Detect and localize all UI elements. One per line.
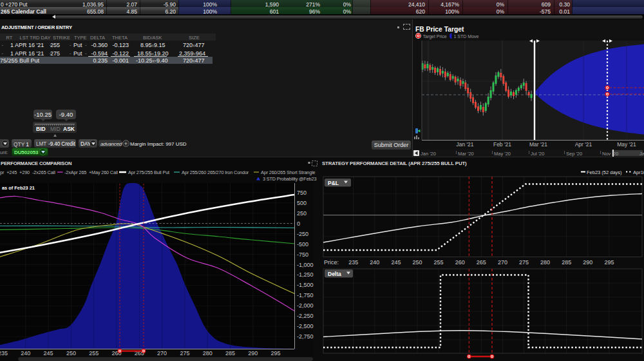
svg-text:May '20: May '20 [494,151,511,157]
svg-text:290: 290 [583,259,592,266]
svg-text:270: 270 [157,350,167,356]
svg-text:Jan '21: Jan '21 [456,141,473,148]
svg-text:270: 270 [498,259,507,266]
svg-text:255: 255 [89,350,99,356]
svg-text:-1,750: -1,750 [297,292,314,298]
svg-text:255: 255 [434,259,444,266]
svg-text:Mar '20: Mar '20 [458,151,474,157]
svg-text:Apr 260/265 Short Strangle: Apr 260/265 Short Strangle [261,170,316,175]
svg-text:-1,250: -1,250 [297,271,314,278]
svg-text:290: 290 [248,350,258,356]
svg-text:750: 750 [297,190,307,196]
svg-text:Mar '21: Mar '21 [529,141,547,148]
svg-text:Target Price: Target Price [423,34,447,39]
svg-text:245: 245 [44,350,53,356]
svg-text:-2,000: -2,000 [297,302,314,309]
svg-text:Feb23 (52 days): Feb23 (52 days) [587,170,622,175]
svg-text:-750: -750 [297,251,308,258]
svg-text:Ja: Ja [639,151,644,157]
svg-text:240: 240 [370,259,379,266]
svg-text:250: 250 [66,350,76,356]
svg-text:0: 0 [297,220,300,227]
svg-text:235: 235 [348,259,358,266]
svg-text:-2xApr 265 +May 260 Call: -2xApr 265 +May 260 Call [64,170,118,175]
svg-text:280: 280 [540,259,550,266]
svg-text:500: 500 [297,200,307,206]
svg-text:Apr 275/255 Bull Put: Apr 275/255 Bull Put [128,170,169,175]
svg-text:-2,500: -2,500 [297,323,314,329]
svg-text:-2,750: -2,750 [297,333,314,340]
svg-text:260: 260 [455,259,465,266]
svg-text:285: 285 [562,259,571,266]
svg-text:275: 275 [180,350,189,356]
svg-text:Apr 255/260 265/270 Iron Condo: Apr 255/260 265/270 Iron Condor [182,170,249,175]
svg-text:Nov '20: Nov '20 [602,151,618,157]
svg-text:265: 265 [477,259,486,266]
svg-text:-2,250: -2,250 [297,313,314,319]
svg-text:-1,000: -1,000 [297,262,314,268]
svg-text:295: 295 [604,259,614,266]
svg-text:Apr16: Apr16 [633,170,644,175]
svg-text:-250: -250 [297,231,308,237]
svg-text:Feb '21: Feb '21 [493,141,511,148]
svg-text:Sep '20: Sep '20 [566,151,582,157]
svg-text:PERFORMANCE COMPARISON: PERFORMANCE COMPARISON [1,161,72,166]
svg-text:235: 235 [0,350,8,356]
svg-text:3 STD Probability @Feb23: 3 STD Probability @Feb23 [263,176,316,182]
svg-text:-1,500: -1,500 [297,282,314,288]
svg-text:1 STD Move: 1 STD Move [454,34,479,39]
svg-text:pr +245 +290 -2x265 Call: pr +245 +290 -2x265 Call [0,170,55,175]
svg-text:245: 245 [391,259,401,266]
svg-text:240: 240 [21,350,30,356]
svg-text:as of Feb23 21: as of Feb23 21 [2,185,35,191]
svg-text:275: 275 [519,259,529,266]
svg-text:285: 285 [225,350,235,356]
svg-text:Price:: Price: [324,259,339,266]
svg-text:Delta: Delta [328,271,341,277]
svg-text:May '21: May '21 [617,141,636,148]
svg-text:Jul '20: Jul '20 [531,151,544,157]
svg-text:Jan '20: Jan '20 [421,151,436,157]
svg-text:280: 280 [203,350,213,356]
svg-text:-500: -500 [297,241,308,248]
svg-text:250: 250 [297,210,307,217]
svg-text:Apr '21: Apr '21 [575,141,592,148]
svg-text:P&L: P&L [328,180,339,186]
svg-text:STRATEGY PERFORMANCE DETAIL (A: STRATEGY PERFORMANCE DETAIL (APR 275/255… [322,161,467,166]
svg-text:295: 295 [271,350,281,356]
svg-text:250: 250 [412,259,422,266]
